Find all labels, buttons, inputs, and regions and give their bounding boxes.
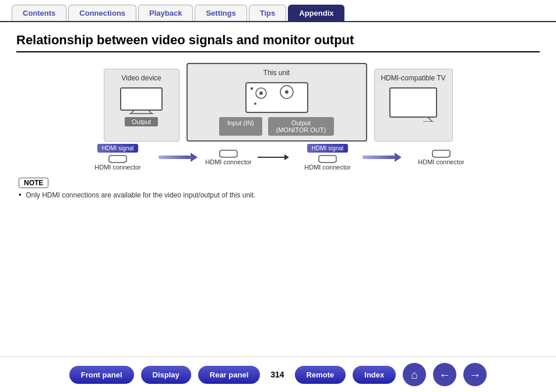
black-arrow-middle [258, 154, 293, 160]
hdmi-connector-mid-left-label: HDMI connector [205, 158, 251, 165]
svg-rect-4 [246, 83, 308, 112]
diagram-wrapper: Video device Output This unit [16, 63, 540, 171]
video-device-label: Video device [121, 74, 161, 82]
svg-rect-0 [121, 88, 162, 110]
page-title: Relationship between video signals and m… [16, 33, 540, 52]
forward-button[interactable]: → [463, 363, 487, 386]
svg-point-8 [285, 90, 288, 94]
hdmi-connector-mid-left [219, 149, 238, 158]
unit-device-icon [245, 82, 309, 114]
diagram-connector-row: HDMI signal HDMI connector HDMI connecto… [77, 144, 479, 171]
svg-rect-10 [251, 87, 253, 90]
hdmi-connector-right [431, 149, 451, 158]
hdmi-connector-right-label: HDMI connector [418, 158, 464, 165]
front-panel-button[interactable]: Front panel [69, 366, 134, 384]
note-text: • Only HDMI connections are available fo… [19, 190, 537, 199]
remote-button[interactable]: Remote [295, 366, 346, 384]
display-button[interactable]: Display [141, 366, 191, 384]
tab-settings[interactable]: Settings [195, 5, 247, 21]
index-button[interactable]: Index [353, 366, 396, 384]
this-unit-label: This unit [263, 69, 290, 77]
purple-arrow-right [363, 153, 403, 162]
purple-arrow-left [159, 153, 199, 162]
hdmi-connector-mid-right [318, 154, 337, 164]
home-button[interactable]: ⌂ [403, 363, 426, 386]
navigation-tabs: Contents Connections Playback Settings T… [0, 5, 556, 22]
io-buttons: Input (IN) Output (MONITOR OUT) [219, 117, 334, 136]
left-connector-group: HDMI signal HDMI connector [77, 144, 159, 171]
svg-point-6 [259, 91, 263, 95]
note-badge: NOTE [19, 178, 48, 188]
back-button[interactable]: ← [433, 363, 456, 386]
hdmi-connector-mid-right-label: HDMI connector [304, 164, 350, 171]
svg-rect-11 [390, 88, 437, 117]
page-content: Relationship between video signals and m… [0, 22, 556, 205]
output-badge: Output [125, 117, 158, 126]
diagram-top-row: Video device Output This unit [104, 63, 453, 142]
hdmi-connector-left-label: HDMI connector [94, 164, 140, 171]
tab-contents[interactable]: Contents [12, 5, 66, 21]
rear-panel-button[interactable]: Rear panel [198, 366, 260, 384]
hdmi-signal-right-badge: HDMI signal [307, 144, 348, 153]
svg-point-9 [254, 103, 256, 105]
input-badge: Input (IN) [219, 117, 262, 136]
middle-right-connector-group: HDMI signal HDMI connector [293, 144, 363, 171]
note-text-content: Only HDMI connections are available for … [26, 191, 255, 199]
right-connector-group: HDMI connector [403, 149, 479, 165]
tab-appendix[interactable]: Appendix [288, 5, 344, 21]
bottom-navigation: Front panel Display Rear panel 314 Remot… [0, 356, 556, 392]
note-section: NOTE • Only HDMI connections are availab… [16, 178, 540, 199]
tv-icon [387, 87, 439, 122]
this-unit-box: This unit Input (IN) Output (MONITOR OUT… [186, 63, 367, 142]
hdmi-tv-box: HDMI-compatible TV [374, 69, 453, 142]
tab-tips[interactable]: Tips [249, 5, 287, 21]
middle-left-connector-group: HDMI connector [199, 149, 258, 165]
tab-connections[interactable]: Connections [68, 5, 136, 21]
video-device-icon [119, 87, 163, 115]
hdmi-signal-left-badge: HDMI signal [97, 144, 138, 153]
hdmi-tv-label: HDMI-compatible TV [381, 74, 445, 82]
output-monitor-badge: Output (MONITOR OUT) [268, 117, 334, 136]
hdmi-connector-left [108, 154, 128, 164]
tab-playback[interactable]: Playback [138, 5, 193, 21]
page-number: 314 [270, 370, 284, 379]
video-device-box: Video device Output [104, 69, 180, 142]
